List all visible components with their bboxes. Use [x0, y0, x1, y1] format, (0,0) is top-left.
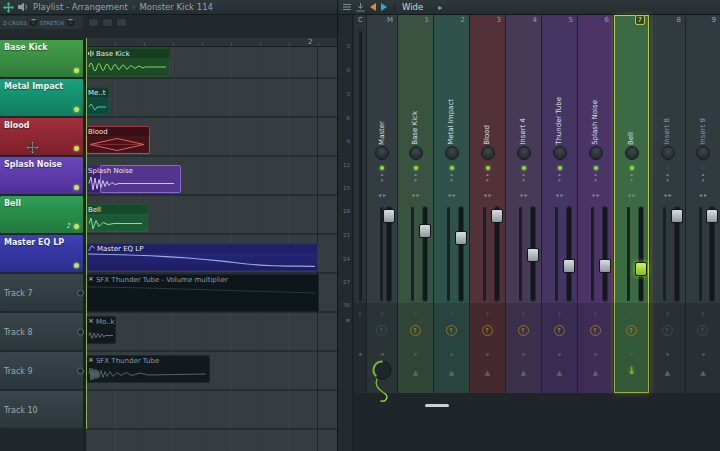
track-select-triangle[interactable]: ▲: [542, 369, 577, 377]
strip-number[interactable]: 5: [542, 16, 573, 26]
arrangement-name[interactable]: Monster Kick 114: [139, 2, 213, 12]
route-arrow-icon[interactable]: [434, 311, 469, 319]
stereo-sep-spinner[interactable]: [398, 171, 433, 183]
mixer-strip-8[interactable]: 8 Insert 8 ▲: [650, 15, 686, 393]
track-select-triangle[interactable]: ▲: [470, 369, 505, 377]
pan-arrows[interactable]: [650, 191, 685, 198]
mixer-strip-5[interactable]: 5 Thunder Tube ▲: [542, 15, 578, 393]
audio-clip-blood[interactable]: Blood: [86, 126, 150, 154]
mixer-titlebar[interactable]: Wide ▸: [337, 0, 720, 14]
playlist-options-button[interactable]: [116, 18, 127, 27]
pan-arrows[interactable]: [398, 191, 433, 198]
zcross-knob[interactable]: [30, 19, 37, 26]
track-header-10[interactable]: Track 10: [0, 391, 83, 428]
track-header-base-kick[interactable]: Base Kick: [0, 40, 83, 77]
strip-number[interactable]: 2: [434, 16, 465, 26]
stereo-sep-spinner[interactable]: [542, 171, 577, 183]
pan-arrows[interactable]: [506, 191, 541, 198]
send-dot[interactable]: [594, 353, 597, 356]
stereo-sep-spinner[interactable]: [686, 171, 720, 183]
mixer-strip-current[interactable]: C: [354, 15, 367, 393]
mixer-strip-4[interactable]: 4 Insert 4 ▲: [506, 15, 542, 393]
volume-fader[interactable]: [470, 207, 505, 301]
clip-mute-icon[interactable]: ×: [88, 276, 94, 283]
send-switch-icon[interactable]: [376, 325, 387, 336]
playlist-grid[interactable]: Base Kick Me..t Blood Splash Noise Bell …: [86, 40, 337, 451]
track-led[interactable]: [74, 185, 79, 190]
draw-tool-icon[interactable]: [3, 2, 14, 13]
pan-knob[interactable]: [553, 146, 567, 160]
mixer-strip-2[interactable]: 2 Metal Impact ▲: [434, 15, 470, 393]
stereo-sep-spinner[interactable]: [578, 171, 613, 183]
strip-number[interactable]: 3: [470, 16, 501, 26]
clip-mute-icon[interactable]: ×: [88, 357, 94, 364]
strip-number[interactable]: 7: [614, 16, 645, 26]
route-arrow-icon[interactable]: [578, 311, 613, 319]
fader-handle[interactable]: [419, 224, 431, 238]
strip-number[interactable]: 6: [578, 16, 609, 26]
strip-number[interactable]: 1: [398, 16, 429, 26]
track-select-triangle[interactable]: ▲: [506, 369, 541, 377]
mute-led[interactable]: [380, 166, 384, 170]
mixer-menu-arrow-icon[interactable]: ▸: [438, 3, 442, 12]
mute-led[interactable]: [630, 166, 634, 170]
pan-knob[interactable]: [409, 146, 423, 160]
route-arrow-icon[interactable]: [470, 311, 505, 319]
dock-left-icon[interactable]: [370, 3, 376, 11]
audio-clip-sfx-thunder-tube[interactable]: × SFX Thunder Tube: [86, 355, 210, 383]
track-select-triangle[interactable]: ▲: [398, 369, 433, 377]
timeline-ruler[interactable]: 2: [86, 38, 337, 47]
pan-arrows[interactable]: [542, 191, 577, 198]
volume-fader[interactable]: [650, 207, 685, 301]
audio-clip-base-kick[interactable]: Base Kick: [86, 48, 170, 77]
send-switch-icon[interactable]: [410, 325, 421, 336]
performance-trigger-ring[interactable]: [77, 367, 84, 374]
send-dot[interactable]: [414, 353, 417, 356]
stereo-sep-spinner[interactable]: [367, 171, 397, 183]
pan-arrows[interactable]: [470, 191, 505, 198]
mute-led[interactable]: [558, 166, 562, 170]
send-switch-icon[interactable]: [482, 325, 493, 336]
route-arrow-icon[interactable]: [542, 311, 577, 319]
track-header-master-eq-lp[interactable]: Master EQ LP: [0, 235, 83, 272]
send-switch-icon[interactable]: [626, 325, 637, 336]
send-switch-icon[interactable]: [554, 325, 565, 336]
send-dot[interactable]: [522, 353, 525, 356]
send-switch-icon[interactable]: [697, 325, 708, 336]
audio-clip-thunder-volume[interactable]: × SFX Thunder Tube - Volume multiplier: [86, 274, 319, 312]
mixer-view-selector[interactable]: Wide: [402, 2, 423, 12]
pan-arrows[interactable]: [614, 191, 649, 198]
track-led[interactable]: [74, 146, 79, 151]
volume-fader[interactable]: [578, 207, 613, 301]
mute-led[interactable]: [450, 166, 454, 170]
volume-fader[interactable]: [614, 207, 649, 301]
pan-knob[interactable]: [375, 146, 389, 160]
track-header-bell[interactable]: Bell ♪: [0, 196, 83, 233]
mute-led[interactable]: [414, 166, 418, 170]
stereo-sep-spinner[interactable]: [650, 171, 685, 183]
track-select-triangle[interactable]: ▲: [686, 369, 720, 377]
volume-fader[interactable]: [506, 207, 541, 301]
playlist-titlebar[interactable]: Playlist - Arrangement › Monster Kick 11…: [0, 0, 337, 14]
send-switch-icon[interactable]: [446, 325, 457, 336]
stereo-sep-spinner[interactable]: [470, 171, 505, 183]
pan-arrows[interactable]: [686, 191, 720, 198]
route-arrow-icon[interactable]: [650, 311, 685, 319]
mixer-link-icon[interactable]: [343, 3, 351, 11]
fader-handle[interactable]: [455, 231, 467, 245]
volume-fader[interactable]: [367, 207, 397, 301]
audio-clip-mo[interactable]: × Mo..k: [86, 316, 116, 344]
pan-knob[interactable]: [625, 146, 639, 160]
pan-knob[interactable]: [589, 146, 603, 160]
mute-led[interactable]: [666, 166, 670, 170]
mute-led[interactable]: [522, 166, 526, 170]
fader-handle[interactable]: [671, 209, 683, 223]
mute-led[interactable]: [594, 166, 598, 170]
pan-knob[interactable]: [661, 146, 675, 160]
send-dot[interactable]: [486, 353, 489, 356]
mixer-scrollbar[interactable]: [425, 404, 449, 407]
mixer-strip-6[interactable]: 6 Splash Noise ▲: [578, 15, 614, 393]
send-switch-icon[interactable]: [518, 325, 529, 336]
track-select-triangle[interactable]: ▲: [434, 369, 469, 377]
audio-clip-metal-impact[interactable]: Me..t: [86, 87, 109, 115]
